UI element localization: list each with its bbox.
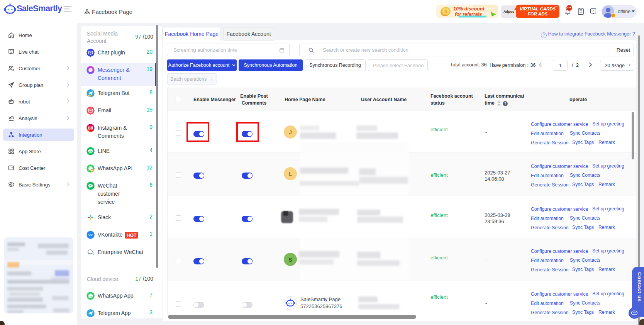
svg-text:?: ? [592,9,594,13]
svg-text:$: $ [444,8,447,14]
svg-text:LINE: LINE [89,150,92,152]
svg-text:Bot: Bot [88,95,91,97]
svg-text:API: API [91,170,93,171]
svg-text:VK: VK [88,234,93,237]
